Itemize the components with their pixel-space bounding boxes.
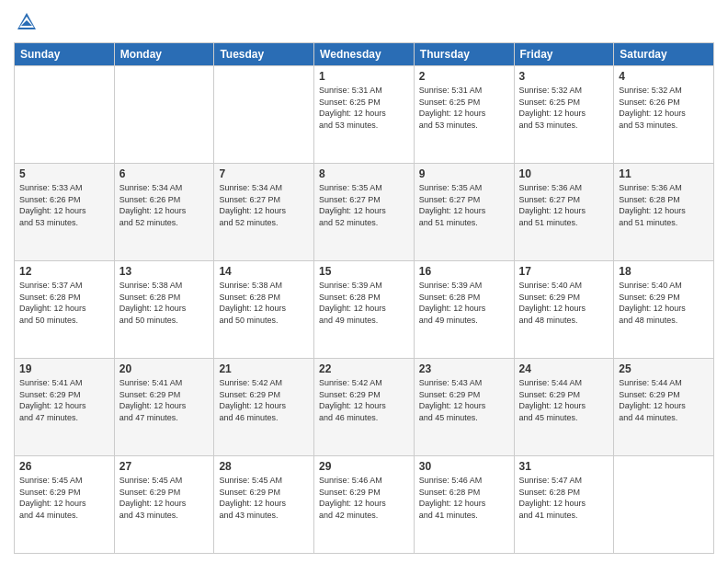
day-number: 8: [319, 167, 409, 180]
day-info: Sunrise: 5:43 AM Sunset: 6:29 PM Dayligh…: [419, 377, 509, 423]
calendar-week-row: 12Sunrise: 5:37 AM Sunset: 6:28 PM Dayli…: [15, 261, 714, 359]
calendar-cell: 20Sunrise: 5:41 AM Sunset: 6:29 PM Dayli…: [114, 359, 214, 456]
day-number: 30: [419, 460, 509, 473]
day-info: Sunrise: 5:38 AM Sunset: 6:28 PM Dayligh…: [219, 280, 309, 326]
calendar-header-row: SundayMondayTuesdayWednesdayThursdayFrid…: [15, 43, 714, 66]
calendar-header-tuesday: Tuesday: [214, 43, 314, 66]
day-info: Sunrise: 5:44 AM Sunset: 6:29 PM Dayligh…: [519, 377, 609, 423]
day-info: Sunrise: 5:47 AM Sunset: 6:28 PM Dayligh…: [519, 475, 609, 521]
day-number: 20: [119, 362, 210, 375]
day-info: Sunrise: 5:39 AM Sunset: 6:28 PM Dayligh…: [319, 280, 409, 326]
logo-icon: [14, 9, 40, 35]
day-info: Sunrise: 5:42 AM Sunset: 6:29 PM Dayligh…: [319, 377, 409, 423]
day-number: 23: [419, 362, 509, 375]
day-number: 26: [19, 460, 109, 473]
day-number: 27: [119, 460, 210, 473]
calendar-cell: [614, 456, 714, 554]
calendar-cell: 27Sunrise: 5:45 AM Sunset: 6:29 PM Dayli…: [114, 456, 214, 554]
day-info: Sunrise: 5:38 AM Sunset: 6:28 PM Dayligh…: [119, 280, 210, 326]
logo: [14, 9, 43, 35]
calendar-cell: 11Sunrise: 5:36 AM Sunset: 6:28 PM Dayli…: [614, 164, 714, 261]
calendar-header-sunday: Sunday: [15, 43, 115, 66]
day-info: Sunrise: 5:34 AM Sunset: 6:27 PM Dayligh…: [219, 182, 309, 228]
day-number: 24: [519, 362, 609, 375]
day-info: Sunrise: 5:36 AM Sunset: 6:28 PM Dayligh…: [619, 182, 709, 228]
day-info: Sunrise: 5:31 AM Sunset: 6:25 PM Dayligh…: [419, 85, 509, 131]
day-number: 12: [19, 265, 109, 278]
calendar-cell: 22Sunrise: 5:42 AM Sunset: 6:29 PM Dayli…: [314, 359, 415, 456]
day-info: Sunrise: 5:46 AM Sunset: 6:28 PM Dayligh…: [419, 475, 509, 521]
calendar-cell: 24Sunrise: 5:44 AM Sunset: 6:29 PM Dayli…: [514, 359, 614, 456]
day-number: 1: [319, 70, 409, 83]
calendar-cell: 19Sunrise: 5:41 AM Sunset: 6:29 PM Dayli…: [15, 359, 115, 456]
day-info: Sunrise: 5:34 AM Sunset: 6:26 PM Dayligh…: [119, 182, 210, 228]
day-info: Sunrise: 5:32 AM Sunset: 6:25 PM Dayligh…: [519, 85, 609, 131]
calendar-cell: 25Sunrise: 5:44 AM Sunset: 6:29 PM Dayli…: [614, 359, 714, 456]
calendar-cell: 2Sunrise: 5:31 AM Sunset: 6:25 PM Daylig…: [414, 66, 514, 164]
day-info: Sunrise: 5:42 AM Sunset: 6:29 PM Dayligh…: [219, 377, 309, 423]
day-number: 6: [119, 167, 210, 180]
calendar-cell: 3Sunrise: 5:32 AM Sunset: 6:25 PM Daylig…: [514, 66, 614, 164]
day-info: Sunrise: 5:45 AM Sunset: 6:29 PM Dayligh…: [219, 475, 309, 521]
calendar-cell: 15Sunrise: 5:39 AM Sunset: 6:28 PM Dayli…: [314, 261, 415, 359]
calendar-cell: 29Sunrise: 5:46 AM Sunset: 6:29 PM Dayli…: [314, 456, 415, 554]
calendar-header-saturday: Saturday: [614, 43, 714, 66]
calendar-cell: 26Sunrise: 5:45 AM Sunset: 6:29 PM Dayli…: [15, 456, 115, 554]
calendar-cell: [15, 66, 115, 164]
calendar-cell: 5Sunrise: 5:33 AM Sunset: 6:26 PM Daylig…: [15, 164, 115, 261]
day-info: Sunrise: 5:37 AM Sunset: 6:28 PM Dayligh…: [19, 280, 109, 326]
day-info: Sunrise: 5:35 AM Sunset: 6:27 PM Dayligh…: [419, 182, 509, 228]
day-number: 17: [519, 265, 609, 278]
day-info: Sunrise: 5:40 AM Sunset: 6:29 PM Dayligh…: [619, 280, 709, 326]
calendar-week-row: 1Sunrise: 5:31 AM Sunset: 6:25 PM Daylig…: [15, 66, 714, 164]
day-number: 31: [519, 460, 609, 473]
day-info: Sunrise: 5:36 AM Sunset: 6:27 PM Dayligh…: [519, 182, 609, 228]
page: SundayMondayTuesdayWednesdayThursdayFrid…: [0, 0, 728, 563]
calendar-header-monday: Monday: [114, 43, 214, 66]
day-number: 14: [219, 265, 309, 278]
calendar-cell: 1Sunrise: 5:31 AM Sunset: 6:25 PM Daylig…: [314, 66, 415, 164]
calendar-week-row: 26Sunrise: 5:45 AM Sunset: 6:29 PM Dayli…: [15, 456, 714, 554]
calendar-cell: 9Sunrise: 5:35 AM Sunset: 6:27 PM Daylig…: [414, 164, 514, 261]
calendar-cell: 21Sunrise: 5:42 AM Sunset: 6:29 PM Dayli…: [214, 359, 314, 456]
day-number: 9: [419, 167, 509, 180]
calendar-header-wednesday: Wednesday: [314, 43, 415, 66]
day-number: 28: [219, 460, 309, 473]
calendar-cell: 18Sunrise: 5:40 AM Sunset: 6:29 PM Dayli…: [614, 261, 714, 359]
day-info: Sunrise: 5:45 AM Sunset: 6:29 PM Dayligh…: [119, 475, 210, 521]
day-info: Sunrise: 5:40 AM Sunset: 6:29 PM Dayligh…: [519, 280, 609, 326]
day-number: 3: [519, 70, 609, 83]
day-number: 7: [219, 167, 309, 180]
day-info: Sunrise: 5:41 AM Sunset: 6:29 PM Dayligh…: [19, 377, 109, 423]
calendar-cell: 16Sunrise: 5:39 AM Sunset: 6:28 PM Dayli…: [414, 261, 514, 359]
day-number: 29: [319, 460, 409, 473]
calendar-header-thursday: Thursday: [414, 43, 514, 66]
calendar-week-row: 19Sunrise: 5:41 AM Sunset: 6:29 PM Dayli…: [15, 359, 714, 456]
day-number: 25: [619, 362, 709, 375]
day-number: 22: [319, 362, 409, 375]
day-info: Sunrise: 5:32 AM Sunset: 6:26 PM Dayligh…: [619, 85, 709, 131]
calendar-cell: 23Sunrise: 5:43 AM Sunset: 6:29 PM Dayli…: [414, 359, 514, 456]
calendar-cell: 10Sunrise: 5:36 AM Sunset: 6:27 PM Dayli…: [514, 164, 614, 261]
calendar-cell: 28Sunrise: 5:45 AM Sunset: 6:29 PM Dayli…: [214, 456, 314, 554]
day-number: 2: [419, 70, 509, 83]
day-number: 4: [619, 70, 709, 83]
calendar-cell: 14Sunrise: 5:38 AM Sunset: 6:28 PM Dayli…: [214, 261, 314, 359]
calendar-week-row: 5Sunrise: 5:33 AM Sunset: 6:26 PM Daylig…: [15, 164, 714, 261]
calendar-cell: 30Sunrise: 5:46 AM Sunset: 6:28 PM Dayli…: [414, 456, 514, 554]
calendar-cell: [114, 66, 214, 164]
calendar-cell: 13Sunrise: 5:38 AM Sunset: 6:28 PM Dayli…: [114, 261, 214, 359]
calendar-table: SundayMondayTuesdayWednesdayThursdayFrid…: [14, 42, 714, 554]
day-number: 13: [119, 265, 210, 278]
day-info: Sunrise: 5:41 AM Sunset: 6:29 PM Dayligh…: [119, 377, 210, 423]
day-number: 10: [519, 167, 609, 180]
day-number: 5: [19, 167, 109, 180]
calendar-cell: 7Sunrise: 5:34 AM Sunset: 6:27 PM Daylig…: [214, 164, 314, 261]
day-info: Sunrise: 5:44 AM Sunset: 6:29 PM Dayligh…: [619, 377, 709, 423]
calendar-cell: 4Sunrise: 5:32 AM Sunset: 6:26 PM Daylig…: [614, 66, 714, 164]
calendar-cell: 17Sunrise: 5:40 AM Sunset: 6:29 PM Dayli…: [514, 261, 614, 359]
header: [14, 9, 714, 35]
day-info: Sunrise: 5:31 AM Sunset: 6:25 PM Dayligh…: [319, 85, 409, 131]
calendar-cell: [214, 66, 314, 164]
day-number: 16: [419, 265, 509, 278]
